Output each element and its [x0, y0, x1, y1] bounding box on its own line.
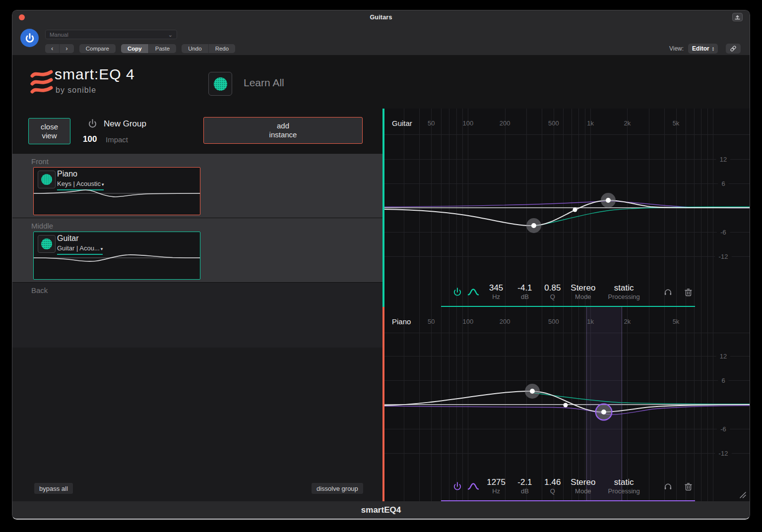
band-frequency[interactable]: 1275Hz: [483, 477, 509, 495]
bypass-all-button[interactable]: bypass all: [34, 483, 73, 494]
power-icon: [24, 33, 35, 44]
band-delete-button[interactable]: [681, 482, 695, 491]
band-gain[interactable]: -2.1dB: [512, 477, 537, 495]
plugin-power-button[interactable]: [20, 29, 39, 47]
compare-button[interactable]: Compare: [79, 44, 116, 53]
instance-name: Guitar: [57, 234, 79, 243]
freq-tick-label: 5k: [673, 318, 680, 325]
redo-button[interactable]: Redo: [208, 44, 236, 53]
card-learn-button[interactable]: [38, 235, 56, 253]
sonible-logo-icon: [30, 69, 53, 97]
freq-tick-label: 50: [428, 318, 435, 325]
nav-back-button[interactable]: ‹: [45, 44, 59, 53]
bell-curve-icon: [467, 482, 479, 490]
eq-track-name: Guitar: [392, 119, 412, 127]
slot-middle: Middle Guitar Guitar | Acou...▾: [12, 218, 382, 282]
freq-tick-label: 5k: [673, 119, 680, 127]
eq-band-handle[interactable]: [525, 384, 540, 399]
group-power-button[interactable]: [88, 118, 97, 131]
band-q[interactable]: 1.46Q: [540, 477, 565, 495]
view-mode-dropdown[interactable]: Editor ▴▾: [688, 44, 718, 54]
group-name[interactable]: New Group: [104, 119, 146, 129]
undo-button[interactable]: Undo: [182, 44, 208, 53]
eq-band-handle[interactable]: [526, 218, 541, 233]
band-frequency[interactable]: 345Hz: [483, 283, 509, 301]
copy-button[interactable]: Copy: [121, 44, 148, 53]
eq-band-handle-selected[interactable]: [596, 405, 611, 419]
card-eq-preview: [34, 186, 200, 203]
link-button[interactable]: [726, 44, 741, 54]
learn-indicator-icon: [214, 77, 227, 91]
freq-tick-label: 200: [500, 318, 510, 325]
bell-curve-icon: [467, 288, 479, 296]
slot-front: Front Piano Keys | Acoustic▾: [12, 153, 382, 218]
slot-middle-label: Middle: [31, 222, 53, 230]
popout-button[interactable]: [732, 13, 743, 21]
brand-byline: by sonible: [56, 86, 96, 95]
instance-name: Piano: [57, 170, 77, 178]
preset-dropdown[interactable]: Manual ⌄: [45, 30, 177, 39]
freq-tick-label: 100: [463, 119, 474, 127]
footer-bar: smartEQ4: [12, 501, 750, 519]
group-header: close view New Group 100 Impact add inst…: [12, 109, 382, 153]
paste-button[interactable]: Paste: [148, 44, 176, 53]
power-icon: [453, 287, 462, 297]
section-accent-bar: [382, 109, 384, 307]
plugin-header: smart:EQ 4 by sonible Learn All: [12, 55, 750, 109]
band-shape-button[interactable]: [467, 288, 479, 296]
up-down-chevrons-icon: ▴▾: [712, 46, 714, 52]
band-shape-button[interactable]: [467, 482, 479, 490]
freq-tick-label: 2k: [624, 318, 631, 325]
eq-band-handle-small[interactable]: [573, 208, 577, 212]
db-tick-label: -6: [717, 229, 730, 236]
resize-handle-icon[interactable]: [737, 489, 747, 499]
host-button-row: ‹ › Compare Copy Paste Undo Redo: [45, 44, 235, 53]
impact-label: Impact: [106, 135, 128, 144]
freq-tick-label: 500: [548, 119, 559, 127]
band-processing[interactable]: staticProcessing: [601, 283, 646, 301]
db-tick-label: -12: [715, 450, 732, 457]
band-param-bar: 1275Hz -2.1dB 1.46Q StereoMode staticPro…: [441, 473, 695, 500]
eq-curves: [382, 109, 750, 307]
card-learn-button[interactable]: [38, 171, 56, 188]
band-solo-button[interactable]: [661, 482, 675, 491]
learn-all-button[interactable]: [208, 72, 232, 96]
band-power-button[interactable]: [451, 287, 463, 297]
power-icon: [88, 118, 97, 129]
db-tick-label: 12: [716, 353, 730, 360]
db-tick-label: -6: [717, 425, 730, 433]
band-q[interactable]: 0.85Q: [540, 283, 565, 301]
section-accent-underline: [441, 306, 695, 307]
slot-front-label: Front: [31, 157, 49, 166]
learn-all-label: Learn All: [244, 77, 284, 89]
close-view-button[interactable]: close view: [28, 118, 70, 144]
footer-title: smartEQ4: [12, 505, 750, 515]
instance-card-guitar[interactable]: Guitar Guitar | Acou...▾: [33, 232, 200, 280]
band-delete-button[interactable]: [681, 288, 695, 296]
add-instance-button[interactable]: add instance: [203, 117, 363, 144]
eq-section-piano[interactable]: Piano: [382, 307, 750, 501]
instance-card-piano[interactable]: Piano Keys | Acoustic▾: [33, 167, 200, 215]
link-icon: [729, 45, 737, 53]
band-solo-button[interactable]: [661, 288, 675, 296]
brand-name: smart:EQ 4: [55, 66, 135, 83]
slot-back-label: Back: [31, 286, 48, 295]
dissolve-group-button[interactable]: dissolve group: [312, 483, 363, 494]
eq-band-handle-small[interactable]: [564, 403, 568, 408]
freq-tick-label: 500: [548, 318, 559, 325]
eq-track-name: Piano: [392, 317, 411, 326]
band-mode[interactable]: StereoMode: [568, 283, 598, 301]
view-mode-value: Editor: [692, 45, 709, 52]
band-gain[interactable]: -4.1dB: [512, 283, 537, 301]
chevron-down-icon: ⌄: [168, 32, 173, 37]
db-tick-label: -12: [715, 253, 732, 260]
nav-forward-button[interactable]: ›: [59, 44, 73, 53]
window-title: Guitars: [12, 14, 750, 21]
impact-value[interactable]: 100: [83, 134, 97, 144]
eq-band-handle[interactable]: [601, 193, 616, 208]
band-mode[interactable]: StereoMode: [568, 477, 598, 495]
band-power-button[interactable]: [451, 481, 463, 491]
eq-section-guitar[interactable]: Guitar: [382, 109, 750, 307]
band-processing[interactable]: staticProcessing: [601, 477, 646, 495]
slot-back: Back: [12, 282, 382, 348]
